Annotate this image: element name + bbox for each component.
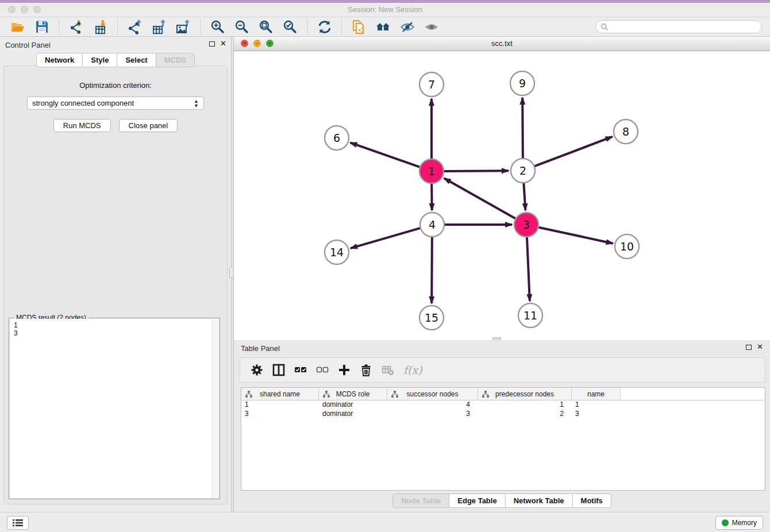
delete-table-icon[interactable] (380, 363, 395, 377)
table-tab-motifs[interactable]: Motifs (572, 494, 611, 508)
export-network-icon[interactable] (126, 19, 144, 35)
edge-3-11[interactable] (527, 237, 530, 301)
table-row[interactable]: 3dominator323 (241, 410, 765, 419)
search-input[interactable] (611, 22, 761, 32)
edge-2-3[interactable] (523, 183, 525, 210)
list-icon (12, 519, 24, 527)
svg-text:3: 3 (523, 218, 530, 231)
toolbar-separator (200, 19, 201, 35)
tab-mcds[interactable]: MCDS (156, 53, 195, 67)
close-panel-icon[interactable]: ✕ (220, 41, 226, 47)
memory-button[interactable]: Memory (715, 516, 763, 530)
result-scrollbar[interactable] (212, 319, 219, 498)
column-header-shared-name[interactable]: shared name (241, 388, 319, 400)
mcds-result-group: MCDS result (2 nodes) 1 3 (9, 318, 220, 499)
zoom-fit-icon[interactable] (257, 19, 275, 35)
tab-style[interactable]: Style (82, 53, 117, 67)
close-panel-button[interactable]: Close panel (119, 119, 178, 132)
cell: dominator (319, 410, 387, 419)
select-arrows-icon: ▲▼ (194, 99, 199, 108)
edge-2-9[interactable] (522, 98, 523, 158)
edge-4-15[interactable] (432, 237, 432, 303)
save-session-icon[interactable] (33, 19, 51, 35)
flow-icon (391, 391, 398, 399)
node-4[interactable]: 4 (420, 213, 444, 237)
table-header-row: shared nameMCDS rolesuccessor nodesprede… (241, 388, 765, 400)
apply-layout-icon[interactable] (316, 19, 333, 35)
delete-row-icon[interactable] (359, 363, 374, 377)
toolbar-separator (341, 19, 342, 35)
edge-4-14[interactable] (351, 228, 420, 248)
column-header-name[interactable]: name (572, 388, 621, 400)
edge-2-8[interactable] (535, 137, 613, 166)
table-tabs: Node TableEdge TableNetwork TableMotifs (234, 494, 770, 508)
column-header-predecessor-nodes[interactable]: predecessor nodes (478, 388, 572, 400)
import-network-icon[interactable] (68, 19, 85, 35)
hide-selected-icon[interactable] (399, 19, 416, 35)
network-window-titlebar: ✕ − + scc.txt (234, 37, 770, 51)
zoom-selected-icon[interactable] (282, 19, 299, 35)
import-table-icon[interactable] (92, 19, 109, 35)
criterion-select[interactable]: strongly connected component ▲▼ (27, 97, 204, 110)
zoom-out-icon[interactable] (233, 19, 251, 35)
export-image-icon[interactable] (175, 19, 192, 35)
edge-1-4[interactable] (432, 184, 432, 210)
node-7[interactable]: 7 (419, 72, 444, 97)
tab-network[interactable]: Network (36, 53, 82, 67)
cell: 2 (478, 410, 572, 419)
select-all-icon[interactable] (293, 363, 308, 377)
edge-3-1[interactable] (444, 178, 515, 218)
flow-icon (245, 391, 252, 399)
settings-gear-icon[interactable] (249, 363, 264, 377)
node-8[interactable]: 8 (614, 119, 638, 144)
column-view-icon[interactable] (271, 363, 286, 377)
table-row[interactable]: 1dominator411 (241, 400, 765, 410)
table-tab-network-table[interactable]: Network Table (505, 494, 572, 508)
cell: 4 (387, 400, 478, 410)
node-1[interactable]: 1 (419, 159, 444, 183)
edge-1-6[interactable] (351, 142, 420, 167)
edge-1-2[interactable] (444, 171, 509, 171)
node-table: shared nameMCDS rolesuccessor nodesprede… (241, 387, 765, 491)
network-canvas[interactable]: 7968124314101511 (234, 51, 770, 340)
cell: 1 (572, 400, 621, 410)
node-6[interactable]: 6 (325, 126, 349, 150)
float-panel-icon[interactable] (209, 41, 215, 47)
node-3[interactable]: 3 (514, 213, 538, 237)
svg-text:4: 4 (429, 218, 436, 231)
cell: 3 (387, 410, 478, 419)
edge-3-10[interactable] (539, 228, 613, 244)
tab-select[interactable]: Select (117, 53, 155, 67)
zoom-in-icon[interactable] (209, 19, 226, 35)
column-header-successor-nodes[interactable]: successor nodes (387, 388, 478, 400)
export-table-icon[interactable] (151, 19, 168, 35)
task-history-button[interactable] (7, 516, 29, 530)
network-from-file-icon[interactable] (351, 19, 368, 35)
close-table-panel-icon[interactable]: ✕ (757, 344, 763, 350)
deselect-all-icon[interactable] (315, 363, 330, 377)
column-header-MCDS-role[interactable]: MCDS role (319, 388, 387, 400)
toolbar-separator (117, 19, 118, 35)
open-session-icon[interactable] (9, 19, 26, 35)
svg-text:1: 1 (428, 165, 435, 178)
search-box[interactable] (595, 20, 762, 33)
node-15[interactable]: 15 (419, 306, 444, 330)
first-neighbors-icon[interactable] (375, 19, 392, 35)
table-toolbar: f(x) (240, 357, 765, 383)
add-row-icon[interactable] (337, 363, 352, 377)
float-table-panel-icon[interactable] (746, 345, 752, 350)
search-icon (600, 23, 609, 31)
function-builder-icon[interactable]: f(x) (403, 364, 422, 376)
node-11[interactable]: 11 (518, 303, 542, 327)
show-all-icon[interactable] (423, 19, 440, 35)
node-2[interactable]: 2 (511, 159, 535, 183)
status-bar: Memory (0, 512, 770, 532)
table-tab-edge-table[interactable]: Edge Table (449, 494, 505, 508)
node-14[interactable]: 14 (325, 240, 349, 264)
mcds-result-text[interactable]: 1 3 (10, 319, 213, 498)
node-9[interactable]: 9 (510, 71, 534, 95)
cell: 1 (241, 400, 319, 410)
node-10[interactable]: 10 (615, 234, 639, 259)
table-tab-node-table[interactable]: Node Table (392, 494, 449, 508)
run-mcds-button[interactable]: Run MCDS (53, 119, 111, 132)
